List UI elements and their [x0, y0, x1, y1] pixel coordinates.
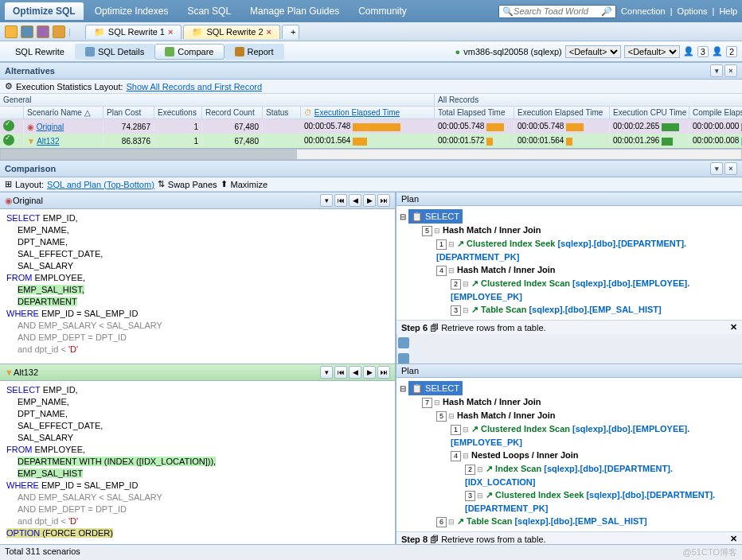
- menu-community[interactable]: Community: [350, 2, 415, 20]
- sql-alt-body[interactable]: SELECT EMP_ID,EMP_NAME,DPT_NAME,SAL_EFFE…: [0, 381, 395, 544]
- close-icon[interactable]: ✕: [730, 534, 737, 544]
- prev-icon[interactable]: ◀: [349, 366, 361, 379]
- tab-sql-details[interactable]: SQL Details: [75, 44, 154, 60]
- link-options[interactable]: Options: [678, 6, 708, 16]
- combo-default-2[interactable]: <Default>: [624, 45, 680, 58]
- side-icon[interactable]: [398, 353, 409, 364]
- col-header[interactable]: ⏱ Execution Elapsed Time: [301, 107, 435, 119]
- next-icon[interactable]: ▶: [363, 366, 376, 379]
- search-input[interactable]: [514, 6, 601, 16]
- group-general: General: [0, 94, 435, 107]
- add-tab-button[interactable]: +: [282, 25, 299, 39]
- dropdown-icon[interactable]: ▾: [320, 194, 333, 207]
- first-icon[interactable]: ⏮: [334, 366, 347, 379]
- tab-sql-rewrite[interactable]: SQL Rewrite: [5, 44, 75, 60]
- table-row[interactable]: ▼ Alt13286.8376167,48000:00:01.564: [0, 134, 435, 148]
- user-icon-2[interactable]: 👤: [712, 46, 723, 56]
- alternatives-layout-bar: ⚙ Execution Statistics Layout: Show All …: [0, 80, 742, 94]
- table-row[interactable]: 00:00:01.572 00:00:01.564 00:00:01.296 0…: [435, 134, 742, 148]
- max-label[interactable]: Maximize: [231, 180, 268, 189]
- check-icon: [3, 134, 14, 146]
- col-header[interactable]: Execution CPU Time: [610, 107, 689, 119]
- first-icon[interactable]: ⏮: [334, 194, 347, 207]
- refresh-icon: 🗐: [430, 323, 439, 332]
- plan-top-step: Step 6 🗐 Retrieve rows from a table. ✕: [396, 320, 742, 334]
- dropdown-icon[interactable]: ▾: [320, 366, 333, 379]
- view-ribbon: SQL Rewrite SQL Details Compare Report ●…: [0, 41, 742, 62]
- side-icon[interactable]: [398, 337, 409, 348]
- menu-optimize-indexes[interactable]: Optimize Indexes: [87, 2, 177, 20]
- search-box[interactable]: 🔍 🔎: [498, 5, 616, 18]
- user-icon[interactable]: 👤: [683, 46, 694, 56]
- table-row[interactable]: ◉ Original74.2867167,48000:00:05.748: [0, 119, 435, 134]
- link-help[interactable]: Help: [719, 6, 737, 16]
- connection-label: vm386-sql20058 (sqlexp): [463, 47, 562, 56]
- last-icon[interactable]: ⏭: [377, 194, 390, 207]
- col-header[interactable]: Total Elapsed Time: [435, 107, 514, 119]
- menu-optimize-sql[interactable]: Optimize SQL: [5, 2, 84, 20]
- layout-link[interactable]: SQL and Plan (Top-Bottom): [47, 180, 154, 189]
- swap-icon[interactable]: ⇅: [158, 179, 165, 189]
- combo-default-1[interactable]: <Default>: [565, 45, 621, 58]
- layout-icon: ⚙: [5, 81, 13, 91]
- col-header[interactable]: Scenario Name △: [24, 107, 103, 119]
- sql-original-body[interactable]: SELECT EMP_ID,EMP_NAME,DPT_NAME,SAL_EFFE…: [0, 209, 395, 364]
- col-header[interactable]: Execution Elapsed Time: [514, 107, 610, 119]
- plan-top-body[interactable]: ⊟ 📋 SELECT5⊟ Hash Match / Inner Join1⊟ ↗…: [396, 206, 742, 320]
- maximize-icon[interactable]: ⬆: [221, 179, 228, 189]
- status-bar: Total 311 scenarios @51CTO博客: [0, 544, 742, 560]
- badge-1: 3: [697, 46, 709, 57]
- prev-icon[interactable]: ◀: [349, 194, 361, 207]
- swap-label[interactable]: Swap Panes: [168, 180, 217, 189]
- last-icon[interactable]: ⏭: [377, 366, 390, 379]
- sql-alt-title: Alt132: [14, 368, 38, 377]
- print-icon[interactable]: [53, 25, 65, 38]
- badge-2: 2: [726, 46, 737, 57]
- tab-report[interactable]: Report: [225, 44, 284, 60]
- menu-scan-sql[interactable]: Scan SQL: [179, 2, 239, 20]
- menu-manage-plan-guides[interactable]: Manage Plan Guides: [242, 2, 347, 20]
- col-header[interactable]: Status: [263, 107, 301, 119]
- plan-bot-header: Plan: [396, 364, 742, 378]
- sql-original-header: ◉ Original ▾ ⏮ ◀ ▶ ⏭: [0, 192, 395, 209]
- check-icon: [3, 120, 14, 131]
- new-icon[interactable]: [5, 25, 18, 38]
- close-icon[interactable]: ×: [267, 27, 271, 37]
- session-tab[interactable]: 📁SQL Rewrite 2 ×: [183, 25, 280, 39]
- alt-icon: ▼: [5, 368, 14, 377]
- session-tab[interactable]: 📁SQL Rewrite 1 ×: [85, 25, 182, 39]
- open-icon[interactable]: [21, 25, 33, 38]
- plan-top-header: Plan: [396, 192, 742, 206]
- top-menu: Optimize SQLOptimize IndexesScan SQLMana…: [5, 2, 415, 20]
- table-row[interactable]: 00:00:05.748 00:00:05.748 00:00:02.265 0…: [435, 119, 742, 134]
- link-connection[interactable]: Connection: [621, 6, 666, 16]
- col-header[interactable]: Plan Cost: [103, 107, 154, 119]
- refresh-icon: 🗐: [430, 535, 439, 544]
- plan-bot-body[interactable]: ⊟ 📋 SELECT7⊟ Hash Match / Inner Join5⊟ H…: [396, 378, 742, 531]
- original-icon: ◉: [5, 196, 13, 206]
- comparison-header: Comparison ▾×: [0, 160, 742, 177]
- plan-bot-step: Step 8 🗐 Retrieve rows from a table. ✕: [396, 531, 742, 544]
- grid-scrollbar[interactable]: [0, 149, 742, 160]
- next-icon[interactable]: ▶: [363, 194, 376, 207]
- close-icon[interactable]: ×: [724, 64, 737, 77]
- close-icon[interactable]: ✕: [730, 322, 737, 332]
- watermark: @51CTO博客: [683, 546, 737, 558]
- sql-alt-header: ▼ Alt132 ▾ ⏮ ◀ ▶ ⏭: [0, 364, 395, 381]
- col-header[interactable]: Record Count: [202, 107, 263, 119]
- col-header[interactable]: Compile Elapsed Time: [689, 107, 742, 119]
- main-menu-bar: Optimize SQLOptimize IndexesScan SQLMana…: [0, 0, 742, 22]
- close-icon[interactable]: ×: [724, 162, 737, 175]
- close-icon[interactable]: ×: [168, 27, 173, 37]
- save-icon[interactable]: [37, 25, 49, 38]
- col-header[interactable]: [0, 107, 24, 119]
- alternatives-header: Alternatives ▾×: [0, 62, 742, 80]
- pin-icon[interactable]: ▾: [710, 64, 723, 77]
- layout-icon: ⊞: [5, 179, 12, 189]
- pin-icon[interactable]: ▾: [710, 162, 723, 175]
- layout-link[interactable]: Show All Records and First Record: [127, 82, 263, 91]
- tab-compare[interactable]: Compare: [154, 44, 224, 60]
- layout-label: Layout:: [15, 180, 44, 189]
- col-header[interactable]: Executions: [154, 107, 202, 119]
- search-go-icon[interactable]: 🔎: [601, 6, 612, 17]
